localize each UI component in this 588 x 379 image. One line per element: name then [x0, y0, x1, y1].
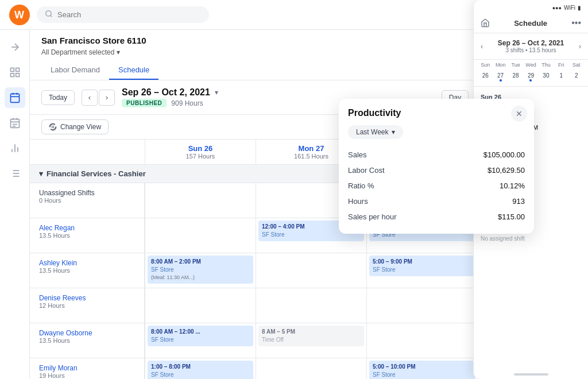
row-label-header [30, 140, 145, 164]
table-row: Labor Cost $10,629.50 [348, 163, 525, 178]
date-nav-arrows: ‹ › [82, 90, 115, 106]
productivity-table: Sales $105,000.00 Labor Cost $10,629.50 … [348, 147, 525, 225]
shift-cell[interactable] [145, 288, 256, 323]
employee-info: Emily Moran 19 Hours [30, 358, 145, 379]
productivity-close-button[interactable]: ✕ [511, 106, 527, 122]
day-col-sun: Sun 26 157 Hours [145, 140, 256, 164]
svg-rect-6 [10, 68, 14, 72]
shift-block[interactable]: 8:00 AM – 12:00 ... SF Store [148, 326, 253, 346]
app-logo: W [9, 5, 30, 25]
shift-cell[interactable]: 8:00 AM – 2:00 PM SF Store (Meal: 11:30 … [145, 253, 256, 288]
table-row: Hours 913 [348, 194, 525, 209]
shift-block[interactable]: 5:00 – 9:00 PM SF Store [369, 256, 475, 276]
mobile-date-title: Sep 26 – Oct 2, 2021 3 shifts • 13.5 hou… [498, 39, 564, 53]
unassigned-info: Unassigned Shifts 0 Hours [30, 183, 145, 218]
shift-cell[interactable]: 5:00 – 9:00 PM SF Store [366, 253, 477, 288]
employee-name[interactable]: Dwayne Osborne [39, 329, 135, 337]
shift-cell[interactable] [366, 288, 477, 323]
mobile-day-2[interactable]: 2 [570, 71, 583, 83]
table-row: Ratio % 10.12% [348, 178, 525, 194]
mobile-day-30[interactable]: 30 [539, 71, 553, 83]
change-view-button[interactable]: Change View [41, 119, 109, 134]
search-input[interactable] [57, 10, 201, 19]
sidebar-item-grid[interactable] [5, 62, 25, 83]
mobile-days-grid: 26 27 28 29 30 1 2 [474, 70, 588, 84]
mobile-home-icon[interactable] [481, 18, 490, 28]
employee-name[interactable]: Alec Regan [39, 224, 135, 232]
svg-point-2 [46, 11, 51, 16]
employee-name[interactable]: Denise Reeves [39, 294, 135, 302]
svg-text:W: W [14, 9, 24, 21]
mobile-day-27[interactable]: 27 [493, 71, 507, 83]
table-row: Sales per hour $115.00 [348, 209, 525, 225]
mobile-home-indicator [514, 373, 548, 376]
table-row: Sales $105,000.00 [348, 147, 525, 163]
shift-cell[interactable]: 1:00 – 8:00 PM SF Store (Meal: 4:30 – 5:… [145, 358, 256, 379]
mobile-next-button[interactable]: › [579, 42, 581, 51]
mobile-day-26[interactable]: 26 [478, 71, 492, 83]
shift-block[interactable]: 8:00 AM – 2:00 PM SF Store (Meal: 11:30 … [148, 256, 253, 284]
mobile-prev-button[interactable]: ‹ [481, 42, 483, 51]
svg-rect-10 [10, 94, 19, 102]
shift-cell[interactable]: 5:00 – 10:00 PM SF Store (Meal: 8:30 – 9… [366, 358, 477, 379]
productivity-week-selector[interactable]: Last Week ▾ [348, 125, 403, 139]
svg-rect-7 [16, 68, 19, 72]
mobile-day-28[interactable]: 28 [509, 71, 523, 83]
employee-info: Alec Regan 13.5 Hours [30, 218, 145, 253]
shift-block[interactable]: 1:00 – 8:00 PM SF Store (Meal: 4:30 – 5:… [148, 361, 253, 379]
search-icon [45, 10, 53, 20]
shift-cell[interactable] [256, 253, 366, 288]
tab-schedule[interactable]: Schedule [109, 61, 158, 80]
productivity-title: Productivity [348, 108, 525, 118]
shift-cell[interactable] [256, 288, 366, 323]
mobile-status-bar: ●●● WiFi ▮ [474, 0, 588, 13]
battery-icon: ▮ [578, 5, 581, 11]
date-range: Sep 26 – Oct 2, 2021 [122, 87, 210, 98]
left-sidebar [0, 30, 30, 379]
mobile-day-29[interactable]: 29 [524, 71, 537, 83]
svg-point-33 [52, 126, 54, 128]
total-hours: 909 Hours [171, 99, 203, 107]
date-caret-icon[interactable]: ▾ [215, 88, 218, 96]
sidebar-item-calendar[interactable] [5, 87, 25, 108]
today-button[interactable]: Today [41, 90, 75, 105]
employee-info: Denise Reeves 12 Hours [30, 288, 145, 323]
search-bar[interactable] [37, 6, 209, 23]
shift-cell[interactable]: 8:00 AM – 12:00 ... SF Store [145, 323, 256, 358]
employee-info: Dwayne Osborne 13.5 Hours [30, 323, 145, 358]
mobile-day-1[interactable]: 1 [554, 71, 568, 83]
chevron-down-icon: ▾ [39, 169, 43, 178]
sidebar-item-calendar-alt[interactable] [5, 113, 25, 133]
wifi-icon: WiFi [564, 5, 575, 11]
sidebar-item-chart[interactable] [5, 138, 25, 158]
shift-cell[interactable] [366, 323, 477, 358]
svg-line-3 [51, 16, 52, 17]
sidebar-item-list[interactable] [5, 163, 25, 184]
mobile-header: Schedule ••• [474, 13, 588, 33]
employee-name[interactable]: Emily Moran [39, 364, 135, 372]
shift-cell[interactable] [145, 183, 256, 218]
department-selector[interactable]: All Department selected ▾ [41, 48, 120, 56]
prev-week-button[interactable]: ‹ [82, 90, 98, 106]
shift-cell[interactable]: 8 AM – 5 PM Time Off [256, 323, 366, 358]
svg-rect-8 [16, 74, 19, 77]
next-week-button[interactable]: › [99, 90, 115, 106]
tab-labor-demand[interactable]: Labor Demand [41, 61, 109, 80]
mobile-title: Schedule [514, 19, 547, 28]
mobile-more-icon[interactable]: ••• [571, 18, 581, 28]
employee-name[interactable]: Ashley Klein [39, 259, 135, 267]
shift-block-time-off[interactable]: 8 AM – 5 PM Time Off [258, 326, 364, 346]
shift-cell[interactable] [145, 218, 256, 253]
mobile-date-nav: ‹ Sep 26 – Oct 2, 2021 3 shifts • 13.5 h… [474, 33, 588, 60]
shift-cell[interactable] [256, 358, 366, 379]
sidebar-item-collapse[interactable] [5, 37, 25, 57]
shift-block[interactable]: 5:00 – 10:00 PM SF Store (Meal: 8:30 – 9… [369, 361, 475, 379]
employee-info: Ashley Klein 13.5 Hours [30, 253, 145, 288]
svg-rect-9 [10, 74, 14, 77]
published-badge: PUBLISHED [122, 99, 167, 107]
productivity-popup: ✕ Productivity Last Week ▾ Sales $105,00… [339, 99, 534, 234]
chevron-down-icon: ▾ [117, 48, 120, 56]
chevron-down-icon: ▾ [392, 128, 395, 136]
mobile-days-header: Sun Mon Tue Wed Thu Fri Sat [474, 60, 588, 70]
